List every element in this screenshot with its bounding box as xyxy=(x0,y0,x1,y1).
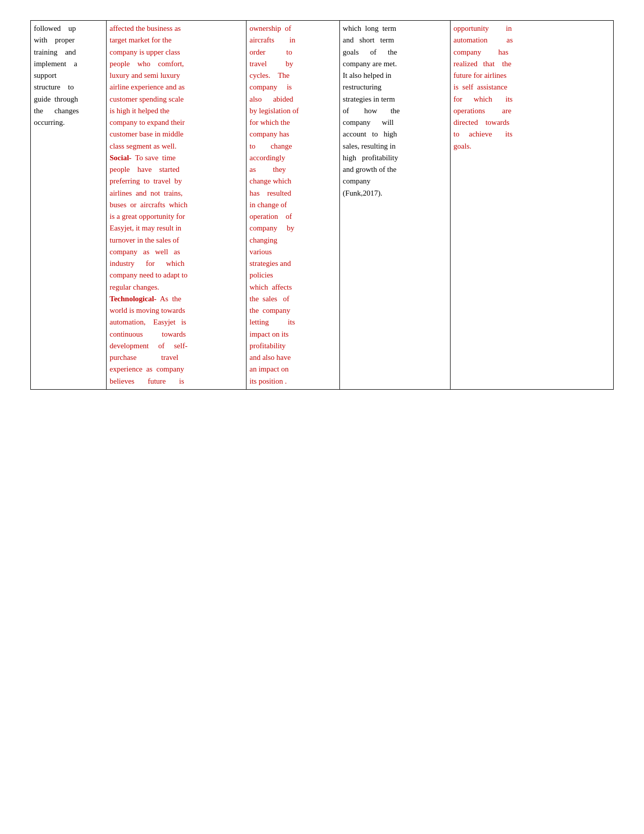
col5-text: opportunity in automation as company has… xyxy=(454,24,513,150)
col3-text: ownership of aircrafts in order to trave… xyxy=(250,24,299,385)
column-2: affected the business as target market f… xyxy=(107,21,246,390)
col4-text: which long term and short term goals of … xyxy=(343,24,400,197)
col1-text: followed up with proper training and imp… xyxy=(34,24,79,126)
main-table: followed up with proper training and imp… xyxy=(30,20,614,390)
column-3: ownership of aircrafts in order to trave… xyxy=(246,21,339,390)
column-1: followed up with proper training and imp… xyxy=(31,21,107,390)
col2-text: affected the business as target market f… xyxy=(110,24,187,385)
column-4: which long term and short term goals of … xyxy=(339,21,450,390)
column-5: opportunity in automation as company has… xyxy=(450,21,613,390)
